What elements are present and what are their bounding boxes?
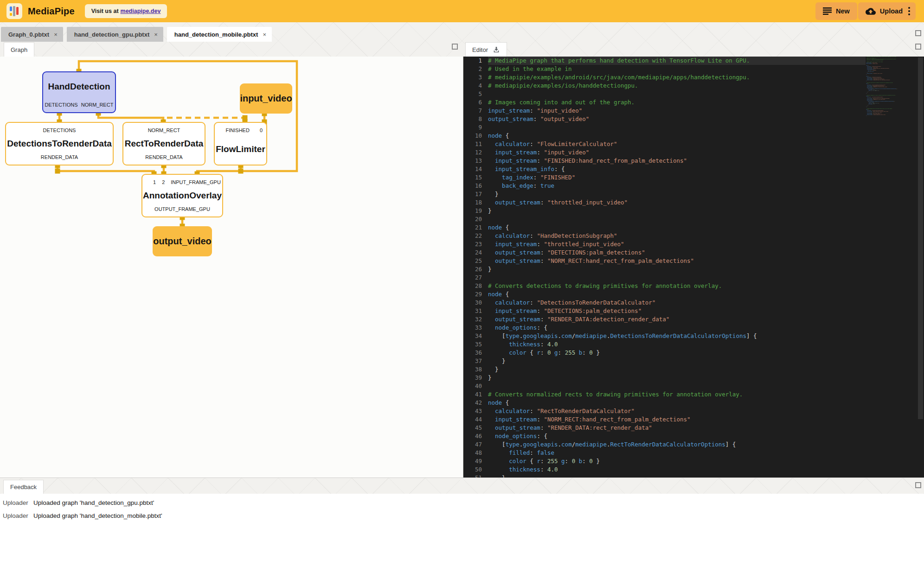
- feedback-bar: Feedback: [0, 478, 924, 494]
- line-number: 24: [463, 248, 482, 257]
- code-editor[interactable]: 1# MediaPipe graph that performs hand de…: [463, 57, 924, 478]
- expand-app-icon[interactable]: [915, 30, 921, 36]
- new-button-label: New: [836, 7, 850, 15]
- line-number: 12: [463, 148, 482, 157]
- feedback-message: Uploaded graph 'hand_detection_gpu.pbtxt…: [33, 499, 154, 506]
- code-line: 29node {: [463, 290, 866, 299]
- tab-feedback[interactable]: Feedback: [3, 480, 44, 494]
- file-tab-hand_detection_mobile.pbtxt[interactable]: hand_detection_mobile.pbtxt×: [167, 27, 272, 42]
- port-label-0: 0: [260, 127, 263, 133]
- code-line: 37 }: [463, 357, 866, 365]
- expand-graph-panel-icon[interactable]: [452, 44, 458, 50]
- code-line: 51 }: [463, 474, 866, 478]
- upload-button-label: Upload: [880, 7, 903, 15]
- port-label-OUTPUT_FRAME_GPU: OUTPUT_FRAME_GPU: [154, 206, 210, 212]
- line-number: 42: [463, 399, 482, 407]
- tab-editor[interactable]: Editor: [465, 42, 507, 57]
- tab-strip: Graph_0.pbtxt×hand_detection_gpu.pbtxt×h…: [0, 22, 924, 57]
- code-line: 31 input_stream: "DETECTIONS:palm_detect…: [463, 307, 866, 315]
- close-tab-icon[interactable]: ×: [54, 31, 58, 38]
- mediapipe-visualizer: MediaPipe Visit us at mediapipe.dev New …: [0, 0, 924, 573]
- code-line: 16 back_edge: true: [463, 182, 866, 190]
- graph-edge: [58, 166, 154, 174]
- file-tab-label: Graph_0.pbtxt: [8, 31, 49, 38]
- node-title: AnnotationOverlay: [142, 185, 222, 205]
- expand-editor-panel-icon[interactable]: [915, 44, 921, 50]
- line-number: 28: [463, 282, 482, 290]
- menu-lines-icon: [823, 7, 832, 15]
- line-number: 1: [463, 57, 482, 65]
- AnnotationOverlay-top-ports: 12INPUT_FRAME_GPU: [142, 178, 222, 185]
- code-line: 21node {: [463, 223, 866, 232]
- line-number: 43: [463, 407, 482, 415]
- code-line: 25 output_stream: "NORM_RECT:hand_rect_f…: [463, 257, 866, 265]
- port-label-FINISHED: FINISHED: [226, 127, 250, 133]
- code-line: }: [866, 115, 912, 116]
- node-title: FlowLimiter: [215, 134, 266, 165]
- file-tab-hand_detection_gpu.pbtxt[interactable]: hand_detection_gpu.pbtxt×: [67, 27, 163, 42]
- graph-node-DetectionsToRenderData[interactable]: DETECTIONSDetectionsToRenderDataRENDER_D…: [5, 122, 114, 166]
- line-number: 27: [463, 274, 482, 282]
- line-number: 3: [463, 73, 482, 82]
- code-line: 46 node_options: {: [463, 432, 866, 440]
- RectToRenderData-bottom-ports: RENDER_DATA: [123, 153, 205, 160]
- line-number: 37: [463, 357, 482, 365]
- graph-edge: [98, 113, 163, 122]
- code-line: 24 output_stream: "DETECTIONS:palm_detec…: [463, 248, 866, 257]
- graph-canvas[interactable]: HandDetectionDETECTIONSNORM_RECTinput_vi…: [0, 57, 463, 478]
- graph-node-AnnotationOverlay[interactable]: 12INPUT_FRAME_GPUAnnotationOverlayOUTPUT…: [141, 174, 223, 217]
- code-line: 19}: [463, 207, 866, 215]
- graph-node-FlowLimiter[interactable]: FINISHED0FlowLimiter: [214, 122, 267, 166]
- node-title: output_video: [153, 236, 212, 247]
- editor-scrollbar[interactable]: [918, 57, 923, 419]
- line-number: 49: [463, 457, 482, 465]
- code-line: 40: [463, 382, 866, 390]
- line-number: 31: [463, 307, 482, 315]
- code-line: 12 input_stream: "input_video": [463, 148, 866, 157]
- more-options-icon[interactable]: [908, 7, 910, 15]
- graph-node-HandDetection[interactable]: HandDetectionDETECTIONSNORM_RECT: [42, 71, 116, 113]
- line-number: 23: [463, 240, 482, 248]
- code-line: 44 input_stream: "NORM_RECT:hand_rect_fr…: [463, 415, 866, 424]
- editor-tab-label: Editor: [472, 46, 488, 53]
- download-pbtxt-icon[interactable]: [493, 46, 500, 53]
- code-line: 26}: [463, 265, 866, 274]
- file-tab-label: hand_detection_gpu.pbtxt: [74, 31, 150, 38]
- new-button[interactable]: New: [815, 2, 857, 20]
- line-number: 4: [463, 82, 482, 90]
- feedback-log: UploaderUploaded graph 'hand_detection_g…: [0, 494, 924, 573]
- feedback-row: UploaderUploaded graph 'hand_detection_m…: [0, 509, 924, 522]
- visit-link-button[interactable]: Visit us at mediapipe.dev: [85, 4, 167, 18]
- line-number: 14: [463, 165, 482, 173]
- line-number: 9: [463, 123, 482, 132]
- code-line: 10node {: [463, 132, 866, 140]
- code-line: 50 thickness: 4.0: [463, 465, 866, 474]
- close-tab-icon[interactable]: ×: [263, 31, 266, 38]
- graph-node-input_video[interactable]: input_video: [240, 83, 292, 114]
- line-number: 45: [463, 424, 482, 432]
- graph-node-RectToRenderData[interactable]: NORM_RECTRectToRenderDataRENDER_DATA: [122, 122, 205, 166]
- tab-graph[interactable]: Graph: [4, 42, 34, 57]
- file-tab-bar: Graph_0.pbtxt×hand_detection_gpu.pbtxt×h…: [1, 27, 272, 42]
- graph-node-output_video[interactable]: output_video: [153, 226, 212, 256]
- line-number: 40: [463, 382, 482, 390]
- file-tab-Graph_0.pbtxt[interactable]: Graph_0.pbtxt×: [1, 27, 63, 42]
- line-number: 18: [463, 198, 482, 207]
- port-label-2: 2: [162, 179, 165, 185]
- code-line: 38 }: [463, 365, 866, 374]
- node-title: HandDetection: [43, 72, 115, 101]
- graph-edges: [0, 57, 463, 478]
- line-number: 44: [463, 415, 482, 424]
- line-number: 36: [463, 349, 482, 357]
- line-number: 8: [463, 115, 482, 123]
- mediapipe-dev-link[interactable]: mediapipe.dev: [121, 8, 161, 14]
- graph-edge: [167, 118, 245, 122]
- line-number: 25: [463, 257, 482, 265]
- upload-button[interactable]: Upload: [858, 2, 916, 20]
- close-tab-icon[interactable]: ×: [154, 31, 158, 38]
- expand-feedback-panel-icon[interactable]: [915, 482, 921, 488]
- editor-minimap[interactable]: # MediaPipe graph that performs hand det…: [866, 57, 912, 478]
- line-number: 10: [463, 132, 482, 140]
- code-line: 17 }: [463, 190, 866, 198]
- code-line: 23 input_stream: "throttled_input_video": [463, 240, 866, 248]
